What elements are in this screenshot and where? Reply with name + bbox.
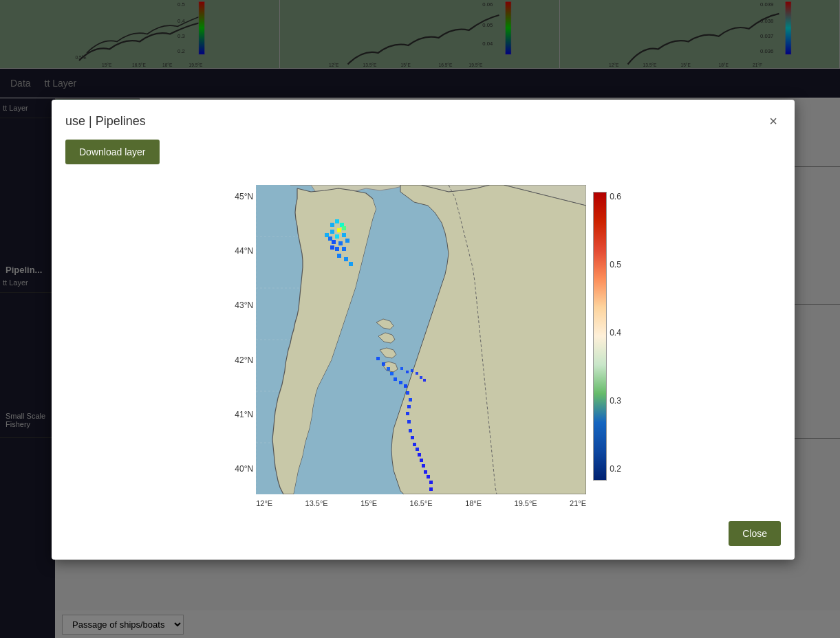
svg-rect-101 — [427, 475, 430, 478]
x-label-15: 15°E — [360, 499, 377, 507]
svg-rect-109 — [423, 379, 426, 382]
svg-rect-90 — [407, 405, 411, 408]
svg-rect-80 — [349, 262, 353, 266]
svg-rect-87 — [404, 384, 407, 388]
modal-title: use | Pipelines — [65, 114, 146, 129]
colorscale-bar-container — [593, 185, 607, 494]
svg-rect-89 — [409, 398, 412, 402]
y-label-43: 43°N — [225, 300, 253, 310]
svg-rect-81 — [376, 357, 380, 360]
svg-rect-76 — [335, 247, 339, 251]
svg-rect-77 — [342, 247, 346, 251]
y-label-44: 44°N — [225, 246, 253, 256]
svg-rect-93 — [409, 429, 412, 432]
svg-rect-102 — [429, 481, 433, 484]
svg-rect-100 — [424, 470, 427, 474]
svg-rect-97 — [418, 453, 421, 456]
colorscale-bar — [593, 192, 607, 481]
close-button[interactable]: Close — [729, 521, 781, 546]
svg-rect-75 — [330, 245, 334, 250]
y-label-45: 45°N — [225, 192, 253, 201]
map-with-axes: 45°N 44°N 43°N 42°N 41°N 40°N — [225, 185, 621, 507]
svg-rect-82 — [382, 362, 385, 366]
svg-rect-91 — [406, 412, 409, 415]
svg-rect-106 — [411, 369, 413, 372]
svg-rect-74 — [325, 233, 329, 237]
svg-rect-86 — [399, 381, 402, 384]
svg-rect-70 — [345, 239, 349, 243]
modal-dialog: use | Pipelines × Download layer 45°N 44… — [52, 100, 795, 560]
svg-rect-71 — [338, 241, 343, 245]
svg-rect-95 — [413, 443, 416, 446]
x-label-12: 12°E — [256, 499, 272, 507]
map-wrapper: 45°N 44°N 43°N 42°N 41°N 40°N — [225, 185, 621, 507]
svg-rect-84 — [390, 372, 394, 375]
x-label-195: 19.5°E — [515, 499, 537, 507]
modal-footer: Close — [65, 521, 781, 546]
svg-rect-85 — [394, 377, 397, 381]
map-and-xaxis: 12°E 13.5°E 15°E 16.5°E 18°E 19.5°E 21°E — [256, 185, 586, 507]
svg-rect-63 — [335, 219, 339, 223]
x-label-21: 21°E — [570, 499, 586, 507]
scale-label-03: 0.3 — [610, 396, 621, 406]
svg-rect-79 — [344, 257, 348, 261]
svg-rect-62 — [330, 223, 334, 227]
main-map-svg — [256, 185, 586, 494]
svg-rect-66 — [337, 228, 341, 232]
svg-rect-99 — [422, 464, 425, 468]
modal-header: use | Pipelines × — [65, 113, 781, 129]
svg-rect-78 — [337, 254, 341, 258]
x-label-18: 18°E — [465, 499, 482, 507]
colorscale-labels: 0.6 0.5 0.4 0.3 0.2 — [610, 185, 621, 481]
scale-label-06: 0.6 — [610, 192, 621, 201]
svg-rect-103 — [429, 487, 433, 491]
svg-rect-104 — [400, 367, 403, 370]
svg-rect-98 — [420, 459, 423, 462]
x-label-135: 13.5°E — [305, 499, 328, 507]
scale-label-04: 0.4 — [610, 328, 621, 338]
svg-rect-88 — [406, 391, 409, 395]
y-label-42: 42°N — [225, 355, 253, 365]
y-axis-labels: 45°N 44°N 43°N 42°N 41°N 40°N — [225, 185, 256, 494]
svg-rect-92 — [407, 420, 411, 424]
svg-rect-83 — [387, 367, 390, 371]
svg-rect-68 — [335, 234, 339, 239]
svg-rect-108 — [420, 376, 422, 379]
svg-rect-107 — [416, 372, 418, 375]
map-container: 45°N 44°N 43°N 42°N 41°N 40°N — [65, 185, 781, 507]
svg-rect-96 — [416, 448, 419, 451]
scale-label-05: 0.5 — [610, 260, 621, 270]
scale-label-02: 0.2 — [610, 464, 621, 474]
download-layer-button[interactable]: Download layer — [65, 140, 160, 164]
svg-rect-65 — [330, 230, 334, 234]
svg-rect-69 — [342, 233, 346, 237]
svg-rect-67 — [342, 226, 346, 230]
x-axis-labels: 12°E 13.5°E 15°E 16.5°E 18°E 19.5°E 21°E — [256, 499, 586, 507]
modal-close-x-button[interactable]: × — [766, 113, 781, 129]
colorscale-container: 0.6 0.5 0.4 0.3 0.2 — [586, 185, 621, 494]
svg-rect-94 — [411, 436, 414, 439]
y-label-41: 41°N — [225, 410, 253, 419]
x-label-165: 16.5°E — [410, 499, 433, 507]
y-label-40: 40°N — [225, 464, 253, 474]
svg-rect-105 — [406, 371, 409, 373]
